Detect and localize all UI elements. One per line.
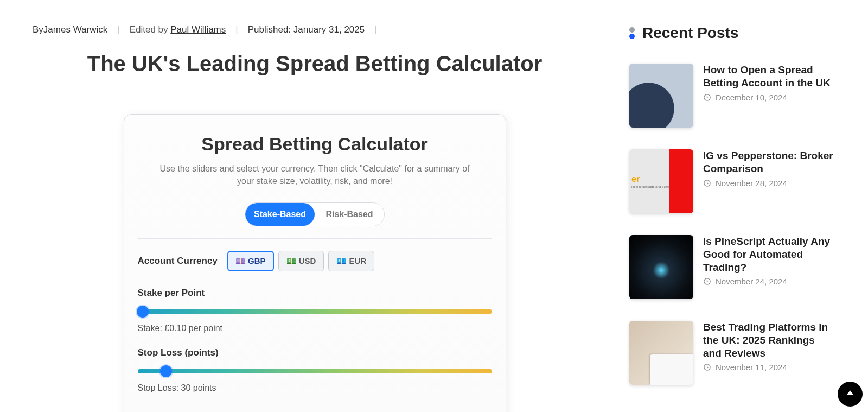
stake-label: Stake per Point: [138, 288, 492, 299]
post-item[interactable]: Is PineScript Actually Any Good for Auto…: [629, 235, 835, 299]
clock-icon: [703, 277, 711, 286]
currency-group: 💷 GBP 💵 USD 💶 EUR: [227, 251, 374, 271]
clock-icon: [703, 93, 711, 102]
post-date: December 10, 2024: [716, 93, 787, 102]
post-meta: November 24, 2024: [703, 277, 835, 286]
divider: |: [374, 24, 376, 35]
slider-track: [138, 369, 492, 373]
post-meta: November 11, 2024: [703, 363, 835, 372]
currency-usd-button[interactable]: 💵 USD: [278, 251, 324, 271]
stoploss-slider-thumb[interactable]: [160, 365, 172, 377]
currency-eur-button[interactable]: 💶 EUR: [328, 251, 374, 271]
post-title[interactable]: Best Trading Platforms in the UK: 2025 R…: [703, 321, 835, 359]
stoploss-label: Stop Loss (points): [138, 347, 492, 358]
stake-slider-block: Stake per Point Stake: £0.10 per point: [138, 288, 492, 333]
currency-label: Account Currency: [138, 256, 218, 267]
stake-value-text: Stake: £0.10 per point: [138, 324, 492, 333]
calculator-title: Spread Betting Calculator: [138, 134, 492, 155]
post-title[interactable]: Is PineScript Actually Any Good for Auto…: [703, 235, 835, 274]
stoploss-value-text: Stop Loss: 30 points: [138, 383, 492, 393]
calculator-card: Spread Betting Calculator Use the slider…: [124, 114, 506, 412]
byline-row: ByJames Warwick | Edited by Paul William…: [33, 24, 597, 35]
calculator-description: Use the sliders and select your currency…: [157, 162, 472, 187]
editor-link[interactable]: Paul Williams: [170, 24, 226, 35]
clock-icon: [703, 179, 711, 187]
post-thumbnail: [629, 235, 693, 299]
post-date: November 28, 2024: [716, 179, 787, 188]
stake-slider-thumb[interactable]: [137, 306, 149, 318]
mode-stake-button[interactable]: Stake-Based: [245, 203, 315, 226]
slider-track: [138, 309, 492, 314]
sidebar: Recent Posts How to Open a Spread Bettin…: [629, 24, 835, 412]
currency-gbp-button[interactable]: 💷 GBP: [227, 251, 274, 271]
post-thumbnail: [629, 321, 693, 385]
arrow-up-icon: [845, 389, 856, 400]
post-thumbnail: [629, 64, 693, 128]
post-item[interactable]: Real knowledge and powerful IG vs Pepper…: [629, 149, 835, 213]
post-meta: December 10, 2024: [703, 93, 835, 102]
post-meta: November 28, 2024: [703, 179, 835, 188]
post-title[interactable]: How to Open a Spread Betting Account in …: [703, 64, 835, 90]
scroll-to-top-button[interactable]: [838, 382, 863, 407]
page-title: The UK's Leading Spread Betting Calculat…: [33, 52, 597, 76]
stoploss-slider[interactable]: [138, 368, 492, 375]
clock-icon: [703, 363, 711, 371]
post-item[interactable]: How to Open a Spread Betting Account in …: [629, 64, 835, 128]
stake-slider[interactable]: [138, 308, 492, 315]
post-date: November 24, 2024: [716, 277, 787, 286]
currency-row: Account Currency 💷 GBP 💵 USD 💶 EUR: [138, 251, 492, 271]
edited-by: Edited by Paul Williams: [130, 24, 226, 35]
author: ByJames Warwick: [33, 24, 107, 35]
published-date: Published: January 31, 2025: [248, 24, 365, 35]
post-date: November 11, 2024: [716, 363, 787, 372]
mode-risk-button[interactable]: Risk-Based: [315, 203, 384, 226]
post-thumbnail: Real knowledge and powerful: [629, 149, 693, 213]
bullet-icon: [629, 27, 635, 39]
separator: [138, 238, 492, 239]
post-title[interactable]: IG vs Pepperstone: Broker Comparison: [703, 149, 835, 175]
divider: |: [117, 24, 119, 35]
divider: |: [235, 24, 238, 35]
recent-posts-header: Recent Posts: [629, 24, 835, 42]
post-item[interactable]: Best Trading Platforms in the UK: 2025 R…: [629, 321, 835, 385]
recent-posts-title: Recent Posts: [642, 24, 738, 42]
recent-posts-list: How to Open a Spread Betting Account in …: [629, 64, 835, 385]
stoploss-slider-block: Stop Loss (points) Stop Loss: 30 points: [138, 347, 492, 393]
mode-toggle: Stake-Based Risk-Based: [245, 202, 385, 226]
